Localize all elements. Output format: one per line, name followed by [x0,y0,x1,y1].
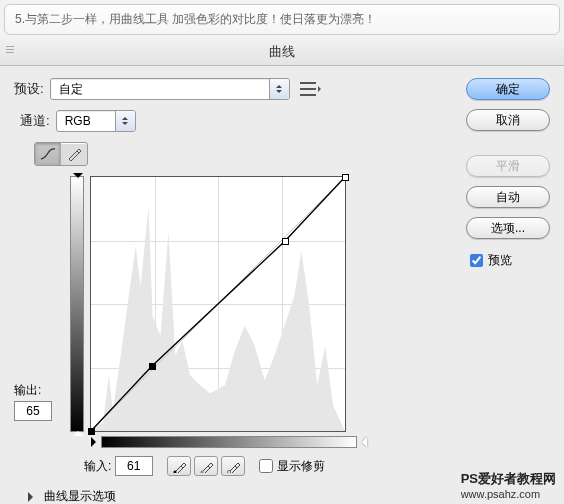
preset-select[interactable]: 自定 [50,78,290,100]
input-field-group: 输入: [84,456,153,476]
show-clipping-checkbox[interactable]: 显示修剪 [259,458,325,475]
watermark: PS爱好者教程网 www.psahz.com [461,470,556,500]
curve-tool-group [34,142,88,166]
channel-label: 通道: [20,112,50,130]
preview-checkbox[interactable]: 预览 [466,252,550,269]
output-gradient [70,176,84,432]
annotation-bar: 5.与第二步一样，用曲线工具 加强色彩的对比度！使日落更为漂亮！ [4,4,560,35]
smooth-button: 平滑 [466,155,550,177]
curve-point-black[interactable] [88,428,95,435]
side-button-column: 确定 取消 平滑 自动 选项... 预览 [466,78,550,269]
annotation-text: 5.与第二步一样，用曲线工具 加强色彩的对比度！使日落更为漂亮！ [15,12,376,26]
input-gradient-row [91,436,550,448]
h-gradient-left-marker[interactable] [91,437,101,447]
output-input[interactable] [14,401,52,421]
auto-button[interactable]: 自动 [466,186,550,208]
dialog-title-bar: 曲线 [0,39,564,66]
eyedropper-group [167,456,245,476]
dropdown-arrows-icon [269,79,289,99]
show-clipping-input[interactable] [259,459,273,473]
curve-point-white[interactable] [342,174,349,181]
input-label: 输入: [84,459,111,473]
point-curve-tool[interactable] [35,143,61,165]
preset-menu-icon[interactable] [300,82,316,96]
preset-value: 自定 [51,81,269,98]
black-point-eyedropper[interactable] [167,456,191,476]
options-toggle-label: 曲线显示选项 [44,488,116,504]
pencil-curve-tool[interactable] [61,143,87,165]
output-field-group: 输出: [14,382,52,421]
output-label: 输出: [14,382,52,399]
gray-point-eyedropper[interactable] [194,456,218,476]
eyedropper-icon [172,459,186,473]
dropdown-arrows-icon [115,111,135,131]
preview-label: 预览 [488,252,512,269]
input-gradient [101,436,357,448]
disclosure-triangle-icon [28,492,38,502]
show-clipping-label: 显示修剪 [277,458,325,475]
h-gradient-right-marker[interactable] [357,437,367,447]
eyedropper-icon [226,459,240,473]
preview-input[interactable] [470,254,483,267]
options-button[interactable]: 选项... [466,217,550,239]
channel-value: RGB [57,114,115,128]
white-point-eyedropper[interactable] [221,456,245,476]
v-gradient-top-marker [73,173,83,183]
curve-point-highlight[interactable] [282,238,289,245]
preset-label: 预设: [14,80,44,98]
svg-point-4 [227,471,230,474]
curve-graph[interactable] [90,176,346,432]
curve-icon [40,147,56,161]
curve-line [91,177,345,431]
watermark-url: www.psahz.com [461,488,556,500]
watermark-title: PS爱好者教程网 [461,470,556,488]
window-lines-icon [6,49,14,50]
input-input[interactable] [115,456,153,476]
ok-button[interactable]: 确定 [466,78,550,100]
cancel-button[interactable]: 取消 [466,109,550,131]
curve-point-shadow[interactable] [149,363,156,370]
pencil-icon [67,147,81,161]
v-gradient-bottom-marker [73,426,83,436]
dialog-body: 预设: 自定 通道: RGB [0,66,564,504]
channel-select[interactable]: RGB [56,110,136,132]
dialog-title: 曲线 [269,44,295,59]
eyedropper-icon [199,459,213,473]
